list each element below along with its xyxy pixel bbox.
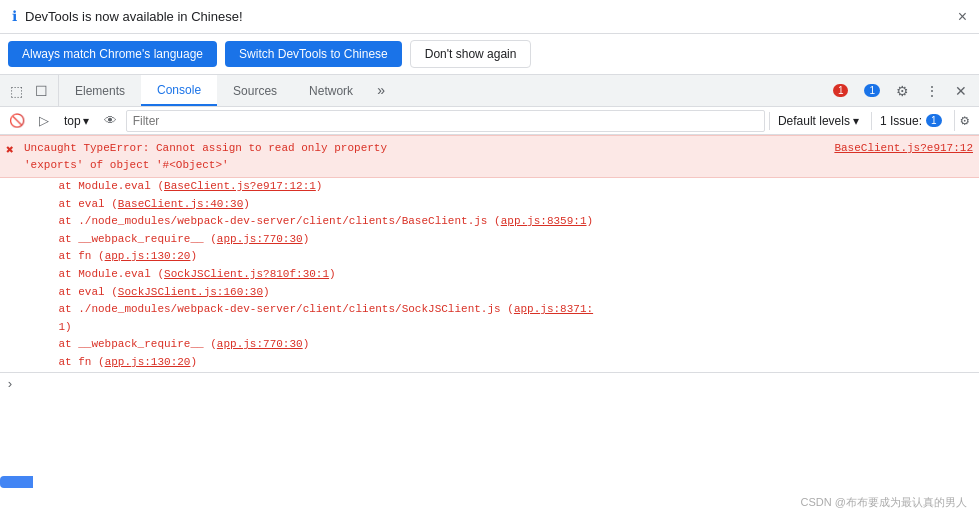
error-source-link[interactable]: BaseClient.js?e917:12 — [834, 140, 973, 157]
issue-label: 1 Issue: — [880, 114, 922, 128]
watermark: CSDN @布布要成为最认真的男人 — [801, 495, 967, 510]
trace-line-4: at __webpack_require__ (app.js:770:30) — [32, 231, 979, 249]
banner-text: DevTools is now available in Chinese! — [25, 9, 967, 24]
trace-line-3: at ./node_modules/webpack-dev-server/cli… — [32, 213, 979, 231]
info-banner: ℹ DevTools is now available in Chinese! … — [0, 0, 979, 34]
trace-line-7: at eval (SockJSClient.js:160:30) — [32, 284, 979, 302]
toolbar-settings-icon[interactable]: ⚙ — [954, 110, 975, 131]
error-message-line2: 'exports' of object '#<Object>' — [24, 159, 229, 171]
error-badge-group[interactable]: 1 — [827, 82, 855, 99]
trace-line-9: at __webpack_require__ (app.js:770:30) — [32, 336, 979, 354]
match-language-button[interactable]: Always match Chrome's language — [8, 41, 217, 67]
message-count-badge: 1 — [864, 84, 880, 97]
error-circle-icon: ✖ — [6, 141, 14, 161]
close-banner-button[interactable]: × — [954, 4, 971, 30]
levels-label: Default levels — [778, 114, 850, 128]
tab-sources[interactable]: Sources — [217, 75, 293, 106]
console-input-row: › — [0, 372, 979, 396]
trace-line-2: at eval (BaseClient.js:40:30) — [32, 196, 979, 214]
tab-network[interactable]: Network — [293, 75, 369, 106]
trace-line-8b: 1) — [32, 319, 979, 337]
levels-dropdown-icon: ▾ — [853, 114, 859, 128]
issue-count-badge: 1 — [926, 114, 942, 127]
filter-input[interactable] — [127, 112, 764, 130]
clear-console-icon[interactable]: 🚫 — [4, 110, 30, 131]
more-options-icon[interactable]: ⋮ — [919, 79, 945, 103]
trace-link-9[interactable]: app.js:770:30 — [217, 338, 303, 350]
settings-icon[interactable]: ⚙ — [890, 79, 915, 103]
trace-line-10: at fn (app.js:130:20) — [32, 354, 979, 372]
trace-link-10[interactable]: app.js:130:20 — [105, 356, 191, 368]
tab-console[interactable]: Console — [141, 75, 217, 106]
device-icon[interactable]: ☐ — [31, 79, 52, 103]
info-icon: ℹ — [12, 8, 17, 25]
message-badge-group[interactable]: 1 — [858, 82, 886, 99]
trace-line-1: at Module.eval (BaseClient.js?e917:12:1) — [32, 178, 979, 196]
filter-area — [126, 110, 765, 132]
trace-line-5: at fn (app.js:130:20) — [32, 248, 979, 266]
error-count-badge: 1 — [833, 84, 849, 97]
error-message-line1: Uncaught TypeError: Cannot assign to rea… — [24, 142, 387, 154]
action-row: Always match Chrome's language Switch De… — [0, 34, 979, 75]
context-dropdown-icon: ▾ — [83, 114, 89, 128]
console-error-entry: ✖ BaseClient.js?e917:12 Uncaught TypeErr… — [0, 135, 979, 178]
dont-show-again-button[interactable]: Don't show again — [410, 40, 532, 68]
console-output-area: ✖ BaseClient.js?e917:12 Uncaught TypeErr… — [0, 135, 979, 518]
trace-link-5[interactable]: app.js:130:20 — [105, 250, 191, 262]
issue-section: 1 Issue: 1 — [871, 112, 950, 130]
trace-link-7[interactable]: SockJSClient.js:160:30 — [118, 286, 263, 298]
trace-link-3[interactable]: app.js:8359:1 — [501, 215, 587, 227]
context-label: top — [64, 114, 81, 128]
tabs-overflow-button[interactable]: » — [369, 83, 393, 99]
eye-icon[interactable]: 👁 — [99, 110, 122, 131]
trace-link-1[interactable]: BaseClient.js?e917:12:1 — [164, 180, 316, 192]
tab-right-icons: 1 1 ⚙ ⋮ ✕ — [827, 75, 979, 106]
levels-selector[interactable]: Default levels ▾ — [769, 112, 867, 130]
tab-icon-group: ⬚ ☐ — [0, 75, 59, 106]
trace-link-8[interactable]: app.js:8371: — [514, 303, 593, 315]
tab-elements[interactable]: Elements — [59, 75, 141, 106]
trace-link-2[interactable]: BaseClient.js:40:30 — [118, 198, 243, 210]
tabs-row: ⬚ ☐ Elements Console Sources Network » 1… — [0, 75, 979, 107]
console-prompt-icon: › — [6, 377, 14, 392]
console-input[interactable] — [18, 377, 973, 391]
translate-button[interactable]: 译 — [0, 476, 33, 488]
close-devtools-icon[interactable]: ✕ — [949, 79, 973, 103]
context-selector[interactable]: top ▾ — [58, 112, 95, 130]
switch-devtools-button[interactable]: Switch DevTools to Chinese — [225, 41, 402, 67]
error-trace-block: at Module.eval (BaseClient.js?e917:12:1)… — [0, 178, 979, 372]
trace-line-8: at ./node_modules/webpack-dev-server/cli… — [32, 301, 979, 319]
trace-link-6[interactable]: SockJSClient.js?810f:30:1 — [164, 268, 329, 280]
trace-link-4[interactable]: app.js:770:30 — [217, 233, 303, 245]
execute-icon[interactable]: ▷ — [34, 110, 54, 131]
trace-line-6: at Module.eval (SockJSClient.js?810f:30:… — [32, 266, 979, 284]
toolbar-row: 🚫 ▷ top ▾ 👁 Default levels ▾ 1 Issue: 1 … — [0, 107, 979, 135]
cursor-icon[interactable]: ⬚ — [6, 79, 27, 103]
